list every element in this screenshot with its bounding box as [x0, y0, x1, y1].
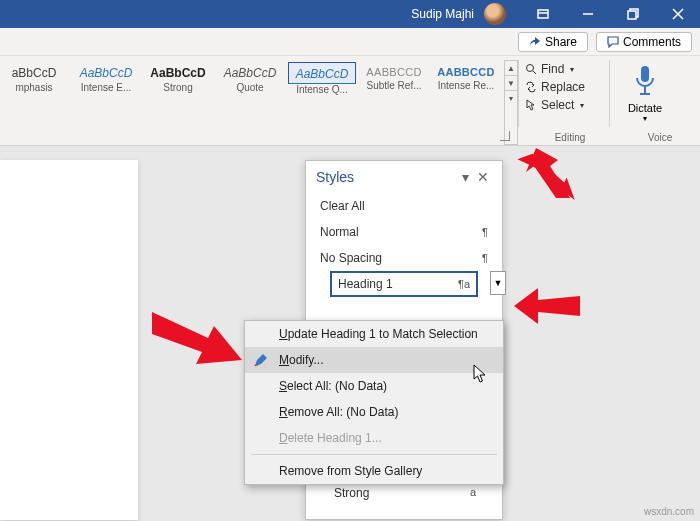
- share-bar: Share Comments: [0, 28, 700, 56]
- select-button[interactable]: Select▾: [525, 96, 603, 114]
- comments-button[interactable]: Comments: [596, 32, 692, 52]
- modify-icon: [253, 352, 269, 368]
- comments-icon: [607, 36, 619, 48]
- styles-dialog-launcher[interactable]: [500, 131, 510, 141]
- mouse-cursor-icon: [473, 364, 487, 384]
- menu-delete: Delete Heading 1...: [245, 425, 503, 451]
- linked-style-icon: ¶a: [458, 278, 470, 290]
- paragraph-icon: ¶: [482, 252, 488, 264]
- find-icon: [525, 63, 537, 75]
- annotation-arrow-left: [152, 312, 242, 372]
- window-minimize[interactable]: [565, 0, 610, 28]
- replace-button[interactable]: Replace: [525, 78, 603, 96]
- character-style-icon: a: [470, 486, 476, 500]
- style-chip[interactable]: aBbCcDmphasis: [0, 62, 68, 93]
- svg-marker-14: [152, 312, 242, 364]
- comments-label: Comments: [623, 35, 681, 49]
- menu-separator: [251, 454, 497, 455]
- user-avatar[interactable]: [484, 3, 506, 25]
- pane-options-icon[interactable]: ▾: [456, 169, 474, 185]
- annotation-arrow-1: [512, 150, 572, 214]
- editing-group-label: Editing: [530, 132, 610, 143]
- gallery-up-icon[interactable]: ▲: [505, 61, 517, 76]
- menu-modify[interactable]: Modify...: [245, 347, 503, 373]
- menu-remove-from-gallery[interactable]: Remove from Style Gallery: [245, 458, 503, 484]
- titlebar: Sudip Majhi: [0, 0, 700, 28]
- replace-icon: [525, 81, 537, 93]
- styles-pane-title: Styles: [316, 169, 354, 185]
- menu-update-to-match[interactable]: Update Heading 1 to Match Selection: [245, 321, 503, 347]
- style-chip[interactable]: AABBCCDIntense Re...: [432, 62, 500, 91]
- annotation-arrow-right: [514, 288, 580, 328]
- share-icon: [529, 36, 541, 48]
- paragraph-icon: ¶: [482, 226, 488, 238]
- window-restore[interactable]: [610, 0, 655, 28]
- style-strong[interactable]: Stronga: [320, 486, 490, 500]
- gallery-more-icon[interactable]: ▾: [505, 91, 517, 106]
- pane-close-icon[interactable]: ✕: [474, 169, 492, 185]
- annotation-arrow-top: [516, 148, 576, 208]
- voice-group-label: Voice: [630, 132, 690, 143]
- styles-gallery[interactable]: aBbCcDmphasisAaBbCcDIntense E...AaBbCcDS…: [0, 56, 504, 145]
- menu-remove-all[interactable]: Remove All: (No Data): [245, 399, 503, 425]
- svg-point-6: [527, 65, 534, 72]
- user-name: Sudip Majhi: [411, 7, 474, 21]
- style-chip[interactable]: AaBbCcDStrong: [144, 62, 212, 93]
- style-chip[interactable]: AaBbCcDIntense Q...: [288, 62, 356, 95]
- document-page[interactable]: [0, 160, 138, 520]
- share-button[interactable]: Share: [518, 32, 588, 52]
- window-close[interactable]: [655, 0, 700, 28]
- dictate-button[interactable]: Dictate ▾: [610, 64, 680, 123]
- select-icon: [525, 99, 537, 111]
- style-no-spacing[interactable]: No Spacing¶: [306, 245, 502, 271]
- svg-marker-13: [514, 288, 580, 324]
- gallery-down-icon[interactable]: ▼: [505, 76, 517, 91]
- share-label: Share: [545, 35, 577, 49]
- menu-select-all[interactable]: Select All: (No Data): [245, 373, 503, 399]
- style-chip[interactable]: AaBbCcDQuote: [216, 62, 284, 93]
- svg-marker-12: [526, 148, 570, 198]
- mic-icon: [632, 64, 658, 98]
- style-chip[interactable]: AABBCCDSubtle Ref...: [360, 62, 428, 91]
- svg-rect-8: [641, 66, 649, 82]
- ribbon-display-options[interactable]: [520, 0, 565, 28]
- style-dropdown-button[interactable]: ▼: [490, 271, 506, 295]
- svg-marker-11: [517, 145, 574, 213]
- svg-line-7: [533, 71, 536, 74]
- style-heading-1[interactable]: Heading 1¶a: [330, 271, 478, 297]
- svg-rect-3: [628, 11, 636, 19]
- style-context-menu: Update Heading 1 to Match Selection Modi…: [244, 320, 504, 485]
- style-normal[interactable]: Normal¶: [306, 219, 502, 245]
- watermark: wsxdn.com: [644, 506, 694, 517]
- find-button[interactable]: Find▾: [525, 60, 603, 78]
- style-chip[interactable]: AaBbCcDIntense E...: [72, 62, 140, 93]
- svg-rect-0: [538, 10, 548, 18]
- style-clear-all[interactable]: Clear All: [306, 193, 502, 219]
- ribbon: aBbCcDmphasisAaBbCcDIntense E...AaBbCcDS…: [0, 56, 700, 146]
